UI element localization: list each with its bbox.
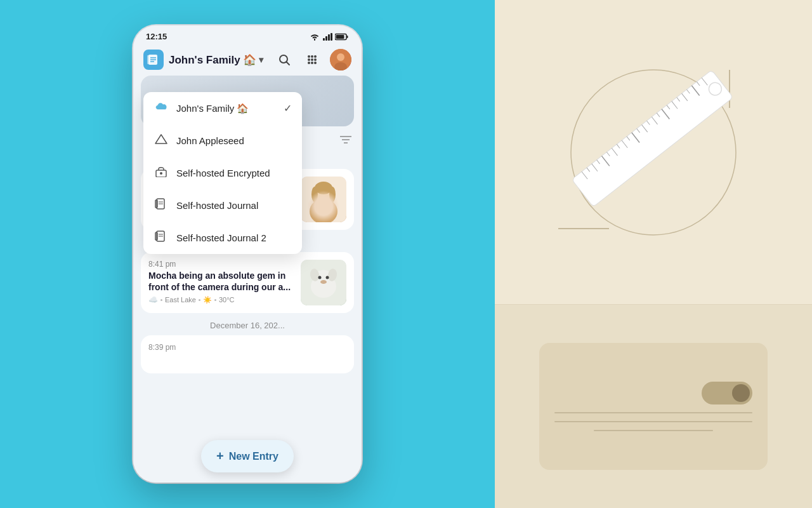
- filter-button[interactable]: [340, 135, 351, 145]
- avatar[interactable]: [330, 49, 351, 70]
- svg-point-52: [326, 276, 329, 279]
- toggle-illustration: [539, 343, 768, 470]
- svg-rect-5: [347, 36, 348, 38]
- svg-point-14: [308, 55, 310, 58]
- family-name-label: John's Family 🏠: [169, 53, 256, 67]
- encrypted-icon: [154, 166, 169, 180]
- right-panel: [495, 0, 812, 508]
- app-header: John's Family 🏠 ▾: [133, 44, 362, 76]
- location-label-2: East Lake: [165, 296, 196, 304]
- dropdown-item-johns-family[interactable]: John's Family 🏠 ✓: [143, 92, 302, 124]
- svg-point-53: [320, 280, 327, 284]
- dropdown-label-self-hosted-encrypted: Self-hosted Encrypted: [176, 168, 292, 178]
- mocha-thumbnail: [301, 260, 346, 305]
- hazel-thumbnail: [301, 177, 346, 222]
- entry-time-2: 8:41 pm: [148, 260, 294, 269]
- svg-point-20: [308, 62, 310, 64]
- svg-rect-6: [336, 35, 344, 39]
- svg-point-44: [311, 187, 318, 202]
- meta-dot: [214, 299, 216, 301]
- svg-rect-2: [328, 34, 330, 41]
- weather-meta-icon-2: ☀️: [203, 296, 212, 304]
- dropdown-menu: John's Family 🏠 ✓ John Appleseed: [143, 92, 302, 254]
- phone-mockup: 12:15: [133, 25, 362, 483]
- search-button[interactable]: [274, 50, 294, 70]
- status-time: 12:15: [146, 32, 167, 41]
- dropdown-label-self-hosted-journal-2: Self-hosted Journal 2: [176, 232, 292, 243]
- header-icons: [274, 49, 351, 70]
- ruler-svg: [533, 32, 774, 273]
- svg-point-21: [311, 62, 313, 64]
- entry-content-mocha: 8:41 pm Mocha being an absolute gem infr…: [148, 260, 294, 304]
- battery-icon: [335, 33, 349, 41]
- entry-title-2: Mocha being an absolute gem infront of t…: [148, 270, 294, 293]
- svg-line-13: [287, 62, 290, 65]
- svg-point-15: [311, 55, 313, 58]
- entry-time-3: 8:39 pm: [148, 343, 346, 352]
- signal-icon: [322, 33, 332, 41]
- new-entry-label: New Entry: [229, 451, 278, 462]
- status-icons: [310, 33, 349, 41]
- svg-point-43: [315, 182, 332, 194]
- svg-point-41: [310, 199, 337, 222]
- toggle-line-2: [554, 421, 752, 422]
- dropdown-label-john-appleseed: John Appleseed: [176, 135, 292, 146]
- date-separator-3: December 16, 202...: [133, 316, 362, 333]
- journal-icon: [154, 198, 169, 213]
- toggle-line-1: [554, 412, 752, 413]
- svg-rect-3: [331, 33, 332, 41]
- dropdown-label-johns-family: John's Family 🏠: [176, 103, 276, 114]
- cloud-icon: [154, 101, 169, 116]
- svg-rect-8: [147, 55, 150, 64]
- svg-point-19: [314, 58, 317, 61]
- toggle-line-3: [594, 430, 712, 431]
- entry-card-mocha[interactable]: 8:41 pm Mocha being an absolute gem infr…: [141, 252, 354, 313]
- svg-point-16: [314, 55, 317, 58]
- entry-content-partial: 8:39 pm: [148, 343, 346, 353]
- dropdown-arrow-icon[interactable]: ▾: [259, 55, 263, 65]
- dropdown-label-self-hosted-journal: Self-hosted Journal: [176, 200, 292, 211]
- entry-meta-2: ☁️ East Lake ☀️ 30°C: [148, 295, 294, 304]
- cloud-meta-icon-2: ☁️: [148, 295, 158, 304]
- journal2-icon: [154, 231, 169, 245]
- drive-icon: [154, 133, 169, 148]
- svg-rect-0: [323, 38, 325, 41]
- wifi-icon: [310, 33, 320, 41]
- status-bar: 12:15: [133, 25, 362, 44]
- toggle-row: [554, 382, 752, 404]
- plus-icon: +: [216, 449, 224, 464]
- dropdown-item-self-hosted-journal-2[interactable]: Self-hosted Journal 2: [143, 222, 302, 254]
- svg-point-51: [318, 276, 322, 279]
- new-entry-button[interactable]: + New Entry: [201, 440, 294, 472]
- checkmark-icon: ✓: [284, 102, 292, 114]
- svg-point-22: [314, 62, 317, 64]
- right-bottom-illustration: [495, 305, 812, 508]
- dropdown-item-self-hosted-encrypted[interactable]: Self-hosted Encrypted: [143, 157, 302, 189]
- header-title[interactable]: John's Family 🏠 ▾: [169, 53, 269, 67]
- svg-point-24: [337, 53, 344, 61]
- svg-point-17: [308, 58, 310, 61]
- dropdown-item-john-appleseed[interactable]: John Appleseed: [143, 124, 302, 157]
- journal-app-icon: [143, 50, 164, 70]
- grid-button[interactable]: [302, 50, 322, 70]
- right-top-illustration: [495, 0, 812, 305]
- meta-dot: [199, 299, 200, 301]
- temp-label-2: 30°C: [219, 296, 235, 304]
- svg-point-18: [311, 58, 313, 61]
- toggle-knob: [732, 384, 750, 402]
- meta-dot: [160, 299, 162, 301]
- svg-rect-1: [325, 36, 327, 41]
- toggle-switch[interactable]: [702, 382, 752, 404]
- svg-point-27: [160, 172, 162, 175]
- ruler-illustration: [533, 32, 774, 273]
- svg-point-45: [329, 187, 336, 202]
- entry-card-partial[interactable]: 8:39 pm: [141, 335, 354, 373]
- dropdown-item-self-hosted-journal[interactable]: Self-hosted Journal: [143, 189, 302, 222]
